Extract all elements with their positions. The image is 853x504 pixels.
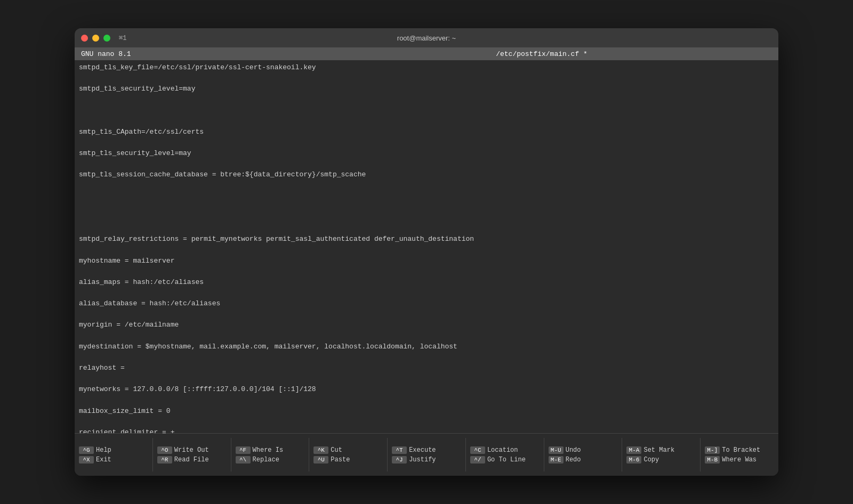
shortcut-label: Where Is (253, 446, 284, 454)
editor-line: smtp_tls_security_level=may (79, 148, 774, 159)
shortcut-group: M-UUndoM-ERedo (544, 434, 622, 476)
shortcut-row: M-BWhere Was (701, 455, 778, 465)
shortcut-key: ^/ (470, 456, 485, 464)
shortcut-row: ^\Replace (231, 455, 309, 465)
editor-line: mailbox_size_limit = 0 (79, 406, 774, 417)
shortcut-key: ^G (79, 446, 94, 454)
shortcut-row: ^TExecute (388, 445, 465, 455)
shortcut-key: M-E (549, 456, 564, 464)
shortcut-label: Paste (331, 456, 350, 464)
editor-line: smtpd_tls_key_file=/etc/ssl/private/ssl-… (79, 62, 774, 73)
window-title: root@mailserver: ~ (397, 34, 456, 42)
shortcut-row: ^JJustify (388, 455, 465, 465)
editor-line: ​ (79, 105, 774, 116)
shortcut-key: ^R (157, 456, 172, 464)
editor-line: myhostname = mailserver (79, 256, 774, 266)
shortcut-label: Go To Line (487, 456, 526, 464)
shortcut-row: ^KCut (309, 445, 387, 455)
shortcut-key: ^T (392, 446, 407, 454)
shortcut-label: Location (487, 446, 518, 454)
editor-line: myorigin = /etc/mailname (79, 320, 774, 330)
shortcut-key: M-U (549, 446, 564, 454)
editor-line: smtp_tls_CApath=/etc/ssl/certs (79, 127, 774, 137)
shortcut-label: To Bracket (722, 446, 760, 454)
shortcut-row: ^OWrite Out (153, 445, 231, 455)
editor-line: smtpd_relay_restrictions = permit_mynetw… (79, 234, 774, 245)
shortcut-label: Where Was (722, 456, 757, 464)
shortcut-key: ^O (157, 446, 172, 454)
shortcut-key: M-B (705, 456, 720, 464)
shortcut-label: Help (96, 446, 111, 454)
shortcut-key: M-A (626, 446, 641, 454)
title-bar: ⌘1 root@mailserver: ~ (75, 28, 778, 47)
shortcut-label: Set Mark (643, 446, 674, 454)
traffic-lights (81, 35, 110, 42)
shortcut-key: ^J (392, 456, 407, 464)
shortcut-label: Redo (566, 456, 581, 464)
editor-line: recipient_delimiter = + (79, 427, 774, 433)
shortcut-label: Undo (566, 446, 581, 454)
shortcut-key: ^\ (236, 456, 251, 464)
shortcut-group: M-]To BracketM-BWhere Was (701, 434, 778, 476)
shortcut-row: ^/Go To Line (466, 455, 544, 465)
shortcut-label: Justify (409, 456, 436, 464)
shortcut-label: Exit (96, 456, 111, 464)
shortcut-key: M-6 (626, 456, 641, 464)
shortcut-label: Read File (174, 456, 209, 464)
editor-area[interactable]: smtpd_tls_key_file=/etc/ssl/private/ssl-… (75, 60, 778, 433)
shortcut-group: ^FWhere Is^\Replace (231, 434, 309, 476)
terminal-window: ⌘1 root@mailserver: ~ GNU nano 8.1 /etc/… (75, 28, 778, 476)
shortcut-key: ^X (79, 456, 94, 464)
shortcut-key: ^K (313, 446, 328, 454)
shortcut-row: M-ERedo (544, 455, 622, 465)
shortcut-key: ^C (470, 446, 485, 454)
shortcut-label: Cut (331, 446, 342, 454)
shortcut-group: ^CLocation^/Go To Line (466, 434, 544, 476)
shortcut-row: ^CLocation (466, 445, 544, 455)
editor-line: smtp_tls_session_cache_database = btree:… (79, 169, 774, 180)
shortcut-group: ^TExecute^JJustify (388, 434, 465, 476)
shortcut-row: M-]To Bracket (701, 445, 778, 455)
maximize-button[interactable] (103, 35, 110, 42)
minimize-button[interactable] (92, 35, 99, 42)
editor-line: ​ (79, 191, 774, 202)
shortcut-row: M-6Copy (622, 455, 700, 465)
shortcut-row: M-ASet Mark (622, 445, 700, 455)
editor-line: smtpd_tls_security_level=may (79, 84, 774, 94)
editor-line: mynetworks = 127.0.0.0/8 [::ffff:127.0.0… (79, 384, 774, 395)
shortcut-row: ^UPaste (309, 455, 387, 465)
editor-line: alias_database = hash:/etc/aliases (79, 298, 774, 309)
shortcut-group: ^KCut^UPaste (309, 434, 387, 476)
shortcut-label: Copy (643, 456, 659, 464)
nano-header: GNU nano 8.1 /etc/postfix/main.cf * (75, 47, 778, 60)
shortcut-row: ^FWhere Is (231, 445, 309, 455)
file-path: /etc/postfix/main.cf * (311, 50, 772, 58)
editor-line: relayhost = (79, 363, 774, 373)
shortcut-key: M-] (705, 446, 720, 454)
shortcut-group: ^GHelp^XExit (75, 434, 152, 476)
shortcut-label: Execute (409, 446, 436, 454)
close-button[interactable] (81, 35, 88, 42)
shortcut-key: ^U (313, 456, 328, 464)
shortcut-key: ^F (236, 446, 251, 454)
status-bar: ^GHelp^XExit^OWrite Out^RRead File^FWher… (75, 433, 778, 476)
shortcut-label: Write Out (174, 446, 209, 454)
editor-line: alias_maps = hash:/etc/aliases (79, 277, 774, 288)
shortcut-group: ^OWrite Out^RRead File (153, 434, 231, 476)
editor-line: ​ (79, 213, 774, 223)
shortcut-row: M-UUndo (544, 445, 622, 455)
editor-line: mydestination = $myhostname, mail.exampl… (79, 342, 774, 352)
shortcut-row: ^GHelp (75, 445, 152, 455)
title-shortcut: ⌘1 (119, 34, 126, 42)
shortcut-row: ^XExit (75, 455, 152, 465)
shortcut-group: M-ASet MarkM-6Copy (622, 434, 700, 476)
shortcut-label: Replace (253, 456, 279, 464)
shortcut-row: ^RRead File (153, 455, 231, 465)
nano-version: GNU nano 8.1 (81, 50, 311, 58)
